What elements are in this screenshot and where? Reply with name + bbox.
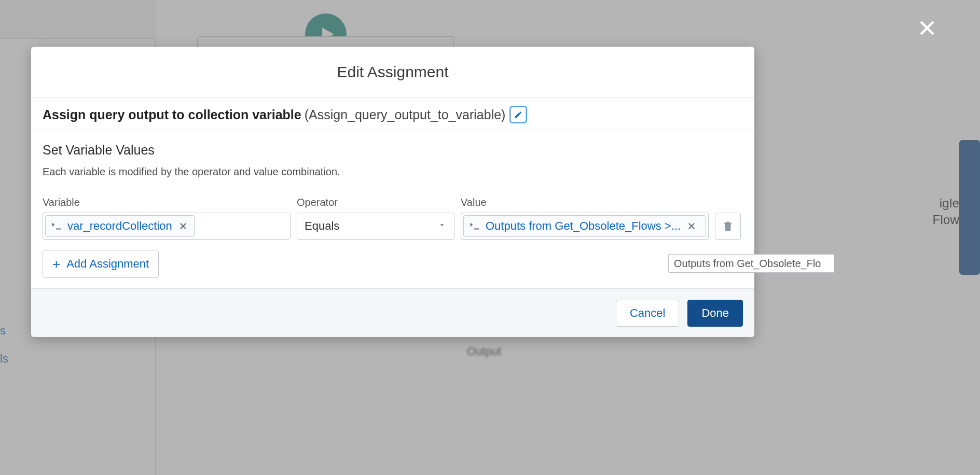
variable-label: Variable bbox=[43, 197, 291, 208]
trash-icon bbox=[722, 220, 734, 232]
element-label: Assign query output to collection variab… bbox=[43, 107, 301, 122]
done-button[interactable]: Done bbox=[687, 300, 743, 327]
cancel-button[interactable]: Cancel bbox=[616, 300, 679, 327]
close-dialog-button[interactable] bbox=[917, 18, 937, 38]
operator-label: Operator bbox=[297, 197, 454, 208]
section-description: Each variable is modified by the operato… bbox=[43, 166, 743, 178]
element-name-bar: Assign query output to collection variab… bbox=[31, 97, 754, 130]
plus-icon: + bbox=[52, 257, 60, 271]
edit-name-button[interactable] bbox=[510, 107, 526, 122]
element-api-name: (Assign_query_output_to_variable) bbox=[305, 107, 506, 122]
variable-pill: var_recordCollection bbox=[45, 215, 195, 237]
dialog-footer: Cancel Done bbox=[31, 288, 754, 337]
add-assignment-label: Add Assignment bbox=[66, 257, 149, 271]
value-tooltip: Outputs from Get_Obsolete_Flo bbox=[668, 254, 834, 273]
variable-pill-text: var_recordCollection bbox=[67, 219, 172, 233]
dialog-header: Edit Assignment bbox=[31, 47, 754, 97]
value-label: Value bbox=[461, 197, 709, 208]
dialog-body: Set Variable Values Each variable is mod… bbox=[31, 130, 754, 288]
operator-select[interactable]: Equals bbox=[297, 213, 454, 240]
value-input[interactable]: Outputs from Get_Obsolete_Flows >... bbox=[461, 213, 709, 240]
variable-input[interactable]: var_recordCollection bbox=[43, 213, 291, 240]
add-assignment-button[interactable]: + Add Assignment bbox=[43, 250, 159, 278]
delete-row-button[interactable] bbox=[715, 213, 741, 240]
clear-value-button[interactable] bbox=[686, 220, 697, 232]
tooltip-text: Outputs from Get_Obsolete_Flo bbox=[674, 258, 821, 270]
resource-icon bbox=[51, 220, 62, 232]
assignment-row: Variable var_recordCollection Operator bbox=[43, 197, 743, 240]
done-label: Done bbox=[701, 306, 729, 320]
value-column: Value Outputs from Get_Obsolete_Flows >.… bbox=[461, 197, 709, 240]
resource-icon bbox=[469, 220, 480, 232]
clear-variable-button[interactable] bbox=[177, 220, 189, 232]
pencil-icon bbox=[514, 110, 522, 119]
delete-column bbox=[715, 213, 741, 240]
value-pill: Outputs from Get_Obsolete_Flows >... bbox=[463, 215, 706, 237]
cancel-label: Cancel bbox=[630, 306, 665, 320]
chevron-down-icon bbox=[437, 220, 447, 232]
section-title: Set Variable Values bbox=[43, 143, 743, 158]
edit-assignment-dialog: Edit Assignment Assign query output to c… bbox=[31, 47, 754, 337]
operator-value: Equals bbox=[305, 219, 339, 233]
dialog-title: Edit Assignment bbox=[337, 63, 448, 81]
variable-column: Variable var_recordCollection bbox=[43, 197, 291, 240]
value-pill-text: Outputs from Get_Obsolete_Flows >... bbox=[486, 219, 681, 233]
operator-column: Operator Equals bbox=[297, 197, 454, 240]
